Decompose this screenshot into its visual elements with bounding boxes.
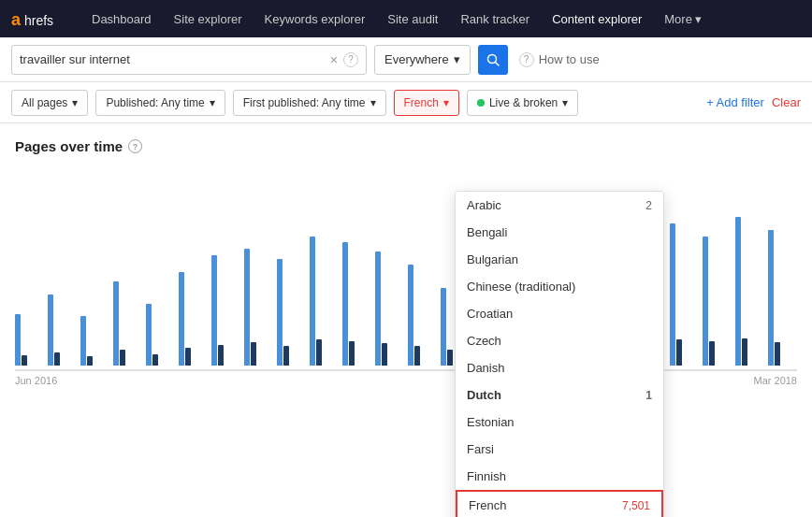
language-count: 2 — [645, 199, 652, 212]
live-broken-chevron-icon: ▾ — [562, 96, 568, 109]
search-input[interactable] — [20, 52, 325, 66]
chart-bar-group — [113, 281, 142, 366]
chart-bar-main — [408, 265, 413, 366]
chart-bar-dark — [382, 343, 387, 366]
published-chevron-icon: ▾ — [210, 96, 215, 109]
language-dropdown-item[interactable]: Farsi — [456, 436, 663, 463]
language-dropdown-item[interactable]: Dutch1 — [456, 381, 663, 409]
location-dropdown[interactable]: Everywhere ▾ — [374, 45, 471, 75]
language-label: Chinese (traditional) — [467, 280, 575, 294]
chart-bar-main — [146, 304, 152, 366]
filter-bar: All pages ▾ Published: Any time ▾ First … — [0, 82, 812, 123]
chart-bar-main — [670, 223, 675, 366]
svg-text:a: a — [11, 10, 22, 29]
location-chevron-icon: ▾ — [454, 52, 460, 66]
search-button[interactable] — [478, 45, 508, 75]
live-indicator-icon — [477, 99, 485, 107]
chart-x-label-start: Jun 2016 — [15, 375, 57, 386]
chart-bar-group — [48, 294, 77, 366]
all-pages-filter[interactable]: All pages ▾ — [11, 90, 88, 116]
language-dropdown-item[interactable]: Bulgarian — [456, 246, 663, 273]
section-help-icon[interactable]: ? — [128, 139, 142, 153]
chart-bar-group — [146, 304, 175, 366]
chart-bar-group — [80, 316, 109, 366]
main-content: Pages over time ? Jun 2016 Mar 2018 Arab… — [0, 123, 812, 517]
clear-input-icon[interactable]: × — [330, 52, 338, 67]
chart-bar-dark — [709, 341, 715, 366]
nav-site-explorer[interactable]: Site explorer — [165, 7, 252, 32]
chart-bar-dark — [120, 350, 125, 366]
nav-keywords-explorer[interactable]: Keywords explorer — [255, 7, 375, 32]
chart-bar-main — [375, 251, 381, 366]
language-dropdown-item[interactable]: French7,501 — [456, 490, 663, 517]
how-to-use[interactable]: ? How to use — [519, 52, 600, 67]
language-dropdown-item[interactable]: Finnish — [456, 463, 663, 490]
add-filter-button[interactable]: + Add filter — [706, 95, 764, 109]
language-filter[interactable]: French ▾ — [394, 90, 459, 116]
chart-bar-main — [179, 272, 184, 366]
search-help-icon[interactable]: ? — [343, 52, 358, 67]
language-label: Farsi — [467, 442, 494, 456]
chart-bar-main — [244, 249, 250, 366]
section-header: Pages over time ? — [15, 138, 797, 154]
language-dropdown-item[interactable]: Chinese (traditional) — [456, 273, 663, 300]
chart-bar-main — [48, 294, 53, 366]
chart-bar-dark — [185, 348, 191, 366]
chart-bar-main — [211, 255, 217, 366]
clear-filters-button[interactable]: Clear — [772, 95, 801, 109]
chart-bar-group — [310, 237, 339, 366]
language-label: Arabic — [467, 198, 501, 212]
chart-bar-group — [211, 255, 240, 366]
chart-bar-dark — [447, 350, 453, 366]
language-dropdown-item[interactable]: Danish — [456, 354, 663, 381]
chevron-down-icon: ▾ — [695, 12, 702, 26]
all-pages-chevron-icon: ▾ — [72, 96, 78, 109]
chart-bar-dark — [54, 352, 60, 366]
chart-bar-main — [768, 230, 774, 366]
language-label: Estonian — [467, 415, 515, 429]
language-dropdown-item[interactable]: Bengali — [456, 219, 663, 246]
nav-dashboard[interactable]: Dashboard — [82, 7, 161, 32]
location-label: Everywhere — [384, 52, 449, 66]
language-label: Czech — [467, 334, 501, 348]
chart-bar-dark — [22, 355, 27, 366]
chart-bar-group — [703, 237, 732, 366]
chart-bar-dark — [152, 354, 158, 366]
language-label: French — [469, 498, 506, 512]
language-dropdown-item[interactable]: Croatian — [456, 300, 663, 327]
chart-bar-group — [375, 251, 404, 366]
chart-bar-dark — [775, 342, 780, 366]
how-to-label: How to use — [539, 52, 600, 66]
chart-bar-main — [441, 288, 446, 366]
chart-bar-main — [310, 237, 315, 366]
language-count: 1 — [645, 389, 652, 402]
language-dropdown-item[interactable]: Estonian — [456, 409, 663, 436]
chart-bar-dark — [283, 346, 289, 366]
svg-text:hrefs: hrefs — [24, 13, 53, 28]
logo[interactable]: a hrefs — [11, 8, 67, 29]
chart-bar-group — [244, 249, 273, 366]
first-published-filter[interactable]: First published: Any time ▾ — [233, 90, 386, 116]
nav-site-audit[interactable]: Site audit — [378, 7, 447, 32]
nav-more[interactable]: More ▾ — [655, 7, 711, 32]
chart-bar-group — [277, 259, 306, 366]
search-bar: × ? Everywhere ▾ ? How to use — [0, 37, 812, 82]
language-label: Bengali — [467, 225, 507, 239]
chart-bar-dark — [414, 346, 420, 366]
chart-bar-dark — [316, 339, 322, 366]
live-broken-filter[interactable]: Live & broken ▾ — [467, 90, 578, 116]
language-label: Finnish — [467, 469, 506, 483]
language-dropdown-overlay: Arabic2BengaliBulgarianChinese (traditio… — [455, 191, 664, 517]
nav-content-explorer[interactable]: Content explorer — [543, 7, 651, 32]
chart-area — [15, 165, 797, 371]
chart-bar-dark — [251, 342, 256, 366]
language-chevron-icon: ▾ — [443, 96, 449, 109]
svg-line-3 — [495, 62, 499, 65]
chart-bar-dark — [742, 338, 747, 366]
published-filter[interactable]: Published: Any time ▾ — [95, 90, 225, 116]
chart-bar-dark — [349, 341, 355, 366]
language-dropdown-item[interactable]: Czech — [456, 327, 663, 354]
nav-rank-tracker[interactable]: Rank tracker — [451, 7, 539, 32]
language-label: Dutch — [467, 388, 501, 402]
language-dropdown-item[interactable]: Arabic2 — [456, 192, 663, 219]
